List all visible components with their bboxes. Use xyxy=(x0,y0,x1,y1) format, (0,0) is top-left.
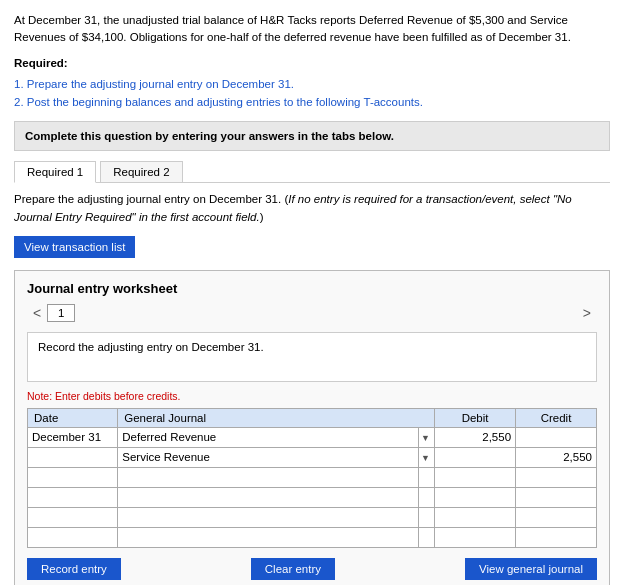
credit-cell-1 xyxy=(516,427,597,447)
account-cell-2: Service Revenue xyxy=(118,447,419,467)
account-cell-6 xyxy=(118,527,419,547)
tab-instruction: Prepare the adjusting journal entry on D… xyxy=(14,191,610,226)
intro-text: At December 31, the unadjusted trial bal… xyxy=(14,12,610,47)
table-row xyxy=(28,487,597,507)
nav-next-arrow[interactable]: > xyxy=(577,305,597,321)
debit-cell-1: 2,550 xyxy=(435,427,516,447)
debit-cell-4 xyxy=(435,487,516,507)
date-cell-1: December 31 xyxy=(28,427,118,447)
instruction-1: 1. Prepare the adjusting journal entry o… xyxy=(14,78,294,90)
required-label: Required: xyxy=(14,57,610,69)
instruction-2: 2. Post the beginning balances and adjus… xyxy=(14,96,423,108)
tabs-row: Required 1 Required 2 xyxy=(14,161,610,183)
debit-cell-5 xyxy=(435,507,516,527)
date-cell-6 xyxy=(28,527,118,547)
credit-cell-3 xyxy=(516,467,597,487)
date-cell-4 xyxy=(28,487,118,507)
dropdown-cell-3[interactable] xyxy=(418,467,434,487)
debit-cell-2 xyxy=(435,447,516,467)
col-debit: Debit xyxy=(435,408,516,427)
table-row xyxy=(28,507,597,527)
tab-required-2[interactable]: Required 2 xyxy=(100,161,182,183)
table-row: Service Revenue ▼ 2,550 xyxy=(28,447,597,467)
col-credit: Credit xyxy=(516,408,597,427)
clear-entry-button[interactable]: Clear entry xyxy=(251,558,335,580)
credit-cell-6 xyxy=(516,527,597,547)
account-cell-1: Deferred Revenue xyxy=(118,427,419,447)
date-cell-3 xyxy=(28,467,118,487)
col-general-journal: General Journal xyxy=(118,408,435,427)
table-row: December 31 Deferred Revenue ▼ 2,550 xyxy=(28,427,597,447)
actions-row: Record entry Clear entry View general jo… xyxy=(27,558,597,580)
note-text: Note: Enter debits before credits. xyxy=(27,390,597,402)
dropdown-cell-4[interactable] xyxy=(418,487,434,507)
worksheet-title: Journal entry worksheet xyxy=(27,281,597,296)
journal-table: Date General Journal Debit Credit Decemb… xyxy=(27,408,597,548)
nav-row: < 1 > xyxy=(27,304,597,322)
table-row xyxy=(28,467,597,487)
account-cell-3 xyxy=(118,467,419,487)
account-cell-4 xyxy=(118,487,419,507)
account-cell-5 xyxy=(118,507,419,527)
date-cell-2 xyxy=(28,447,118,467)
record-description-box: Record the adjusting entry on December 3… xyxy=(27,332,597,382)
date-cell-5 xyxy=(28,507,118,527)
col-date: Date xyxy=(28,408,118,427)
table-row xyxy=(28,527,597,547)
credit-cell-5 xyxy=(516,507,597,527)
nav-prev-arrow[interactable]: < xyxy=(27,305,47,321)
view-general-journal-button[interactable]: View general journal xyxy=(465,558,597,580)
record-entry-button[interactable]: Record entry xyxy=(27,558,121,580)
nav-page-box: 1 xyxy=(47,304,75,322)
debit-cell-3 xyxy=(435,467,516,487)
dropdown-cell-5[interactable] xyxy=(418,507,434,527)
debit-cell-6 xyxy=(435,527,516,547)
credit-cell-4 xyxy=(516,487,597,507)
journal-worksheet: Journal entry worksheet < 1 > Record the… xyxy=(14,270,610,585)
dropdown-cell-2[interactable]: ▼ xyxy=(418,447,434,467)
dropdown-cell-1[interactable]: ▼ xyxy=(418,427,434,447)
instructions: 1. Prepare the adjusting journal entry o… xyxy=(14,75,610,112)
credit-cell-2: 2,550 xyxy=(516,447,597,467)
tab-required-1[interactable]: Required 1 xyxy=(14,161,96,183)
view-transaction-btn[interactable]: View transaction list xyxy=(14,236,135,258)
dropdown-cell-6[interactable] xyxy=(418,527,434,547)
complete-box: Complete this question by entering your … xyxy=(14,121,610,151)
